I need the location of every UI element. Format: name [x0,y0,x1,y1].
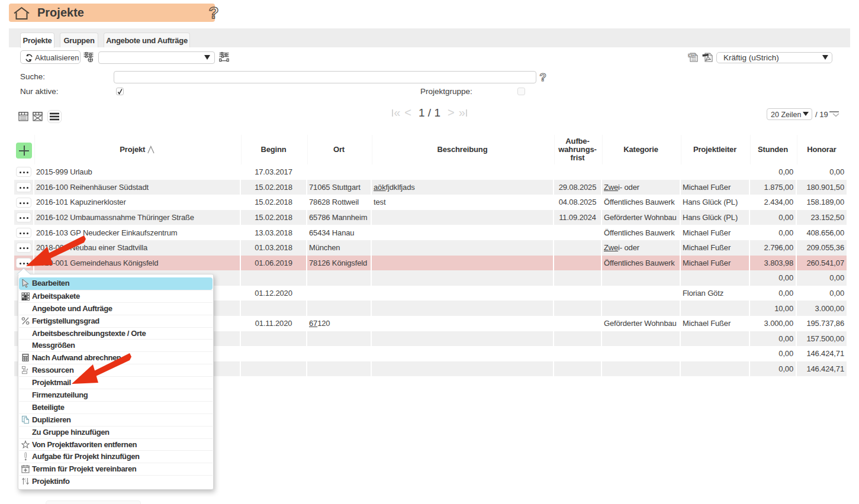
svg-text:CSV: CSV [689,53,696,57]
svg-text:?: ? [539,71,546,83]
svg-text:?: ? [208,5,218,22]
